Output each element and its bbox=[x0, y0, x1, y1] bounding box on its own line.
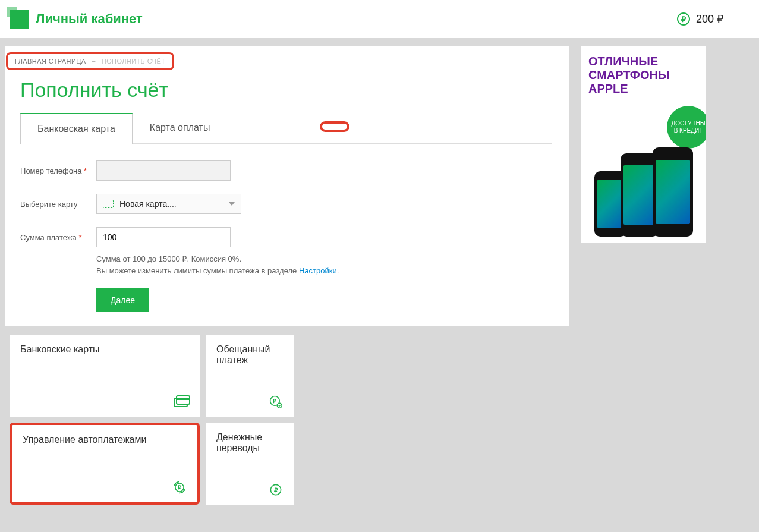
svg-text:₽: ₽ bbox=[178, 484, 181, 490]
tile-autopay[interactable]: Управление автоплатежами ₽ bbox=[10, 423, 200, 505]
tile-label: Денежные переводы bbox=[216, 432, 262, 453]
svg-rect-2 bbox=[177, 398, 190, 400]
highlight-marker bbox=[320, 121, 349, 132]
tiles-grid: Банковские карты Обещанный платеж ₽ Упра… bbox=[10, 335, 569, 505]
ad-banner[interactable]: ОТЛИЧНЫЕ СМАРТФОНЫ APPLE ДОСТУПНЫ В КРЕД… bbox=[581, 46, 706, 243]
tab-bank-card[interactable]: Банковская карта bbox=[20, 113, 133, 144]
ruble-refresh-icon: ₽ bbox=[171, 481, 188, 494]
ruble-check-icon: ₽ bbox=[267, 395, 284, 408]
breadcrumb-home[interactable]: ГЛАВНАЯ СТРАНИЦА bbox=[15, 58, 86, 65]
tab-payment-card[interactable]: Карта оплаты bbox=[133, 112, 228, 143]
amount-hint: Сумма от 100 до 15000 ₽. Комиссия 0%. Вы… bbox=[96, 253, 569, 276]
ruble-icon: ₽ bbox=[677, 12, 690, 26]
next-button[interactable]: Далее bbox=[96, 288, 149, 312]
card-label: Выберите карту bbox=[20, 200, 96, 209]
amount-label: Сумма платежа * bbox=[20, 233, 96, 242]
ad-title: ОТЛИЧНЫЕ СМАРТФОНЫ APPLE bbox=[588, 55, 699, 96]
svg-text:₽: ₽ bbox=[273, 398, 276, 404]
tile-label: Обещанный платеж bbox=[216, 344, 270, 365]
tabs: Банковская карта Карта оплаты bbox=[20, 112, 552, 144]
breadcrumb: ГЛАВНАЯ СТРАНИЦА → ПОПОЛНИТЬ СЧЁТ bbox=[6, 52, 174, 70]
chevron-down-icon bbox=[229, 202, 235, 206]
tile-label: Управление автоплатежами bbox=[23, 435, 146, 445]
balance-value: 200 ₽ bbox=[696, 12, 723, 26]
phones-image bbox=[587, 130, 700, 237]
balance[interactable]: ₽ 200 ₽ bbox=[677, 12, 723, 26]
tile-label: Банковские карты bbox=[20, 344, 100, 354]
amount-input[interactable] bbox=[96, 227, 231, 247]
card-stack-icon bbox=[174, 395, 190, 408]
breadcrumb-current: ПОПОЛНИТЬ СЧЁТ bbox=[102, 58, 165, 65]
card-select[interactable]: Новая карта.... bbox=[96, 194, 241, 214]
settings-link[interactable]: Настройки bbox=[299, 266, 337, 275]
top-bar: Личный кабинет ₽ 200 ₽ bbox=[0, 0, 759, 38]
svg-text:₽: ₽ bbox=[274, 487, 278, 493]
page-title: Пополнить счёт bbox=[20, 78, 569, 102]
tile-promised-payment[interactable]: Обещанный платеж ₽ bbox=[206, 335, 294, 417]
phone-input[interactable] bbox=[96, 160, 231, 181]
card-selected-text: Новая карта.... bbox=[119, 199, 177, 209]
card-icon bbox=[103, 200, 114, 208]
logo-text: Личный кабинет bbox=[36, 11, 143, 27]
tile-bank-cards[interactable]: Банковские карты bbox=[10, 335, 200, 417]
phone-label: Номер телефона * bbox=[20, 166, 96, 175]
main-panel: ГЛАВНАЯ СТРАНИЦА → ПОПОЛНИТЬ СЧЁТ Пополн… bbox=[5, 46, 569, 326]
logo[interactable]: Личный кабинет bbox=[10, 10, 143, 29]
arrow-right-icon: → bbox=[90, 58, 97, 65]
tile-money-transfer[interactable]: Денежные переводы ₽ bbox=[206, 423, 294, 505]
ruble-circle-icon: ₽ bbox=[267, 483, 284, 496]
topup-form: Номер телефона * Выберите карту Новая ка… bbox=[20, 160, 569, 312]
logo-icon bbox=[10, 10, 29, 29]
